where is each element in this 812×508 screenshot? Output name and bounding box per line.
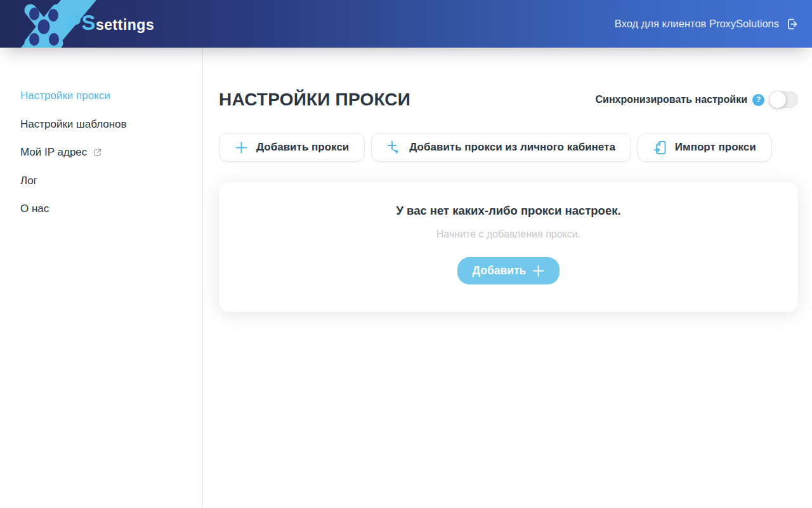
sync-toggle-switch[interactable] xyxy=(769,91,798,108)
main-content: НАСТРОЙКИ ПРОКСИ Синхронизировать настро… xyxy=(204,48,812,508)
sidebar-item-label: О нас xyxy=(20,203,49,215)
import-file-icon xyxy=(653,140,667,155)
plus-icon xyxy=(235,141,248,154)
help-icon[interactable]: ? xyxy=(752,94,764,106)
sidebar: Настройки прокси Настройки шаблонов Мой … xyxy=(0,48,203,508)
app-header: PSsettings Вход для клиентов ProxySoluti… xyxy=(0,0,812,48)
sidebar-item-label: Настройки прокси xyxy=(20,90,110,102)
sync-toggle-label: Синхронизировать настройки xyxy=(596,94,748,105)
logo-text-primary: PS xyxy=(67,11,96,35)
logo-wordmark: PSsettings xyxy=(67,11,154,35)
import-proxy-button[interactable]: Импорт прокси xyxy=(638,133,772,162)
action-button-label: Добавить прокси xyxy=(256,141,349,154)
client-login-label: Вход для клиентов ProxySolutions xyxy=(615,18,779,30)
sidebar-item-label: Настройки шаблонов xyxy=(20,118,127,131)
logout-icon xyxy=(785,17,799,31)
plus-arrow-icon xyxy=(387,140,401,154)
title-row: НАСТРОЙКИ ПРОКСИ Синхронизировать настро… xyxy=(219,90,798,110)
sidebar-item-about[interactable]: О нас xyxy=(0,195,202,224)
sidebar-item-log[interactable]: Лог xyxy=(0,167,202,196)
empty-state-title: У вас нет каких-либо прокси настроек. xyxy=(396,204,620,218)
sidebar-item-template-settings[interactable]: Настройки шаблонов xyxy=(0,110,202,139)
logo-text-secondary: settings xyxy=(96,17,154,34)
empty-state-card: У вас нет каких-либо прокси настроек. На… xyxy=(219,182,798,312)
empty-state-subtitle: Начните с добавления прокси. xyxy=(436,229,580,240)
page-title: НАСТРОЙКИ ПРОКСИ xyxy=(219,90,410,110)
app-logo[interactable]: PSsettings xyxy=(0,0,190,48)
toggle-knob xyxy=(769,91,786,108)
external-link-icon xyxy=(93,148,102,157)
sync-settings-control: Синхронизировать настройки ? xyxy=(596,91,799,108)
client-login-link[interactable]: Вход для клиентов ProxySolutions xyxy=(615,17,799,31)
sidebar-item-my-ip-address[interactable]: Мой IP адрес xyxy=(0,138,202,167)
plus-icon xyxy=(532,265,544,277)
empty-state-add-button[interactable]: Добавить xyxy=(457,257,560,284)
app-window: PSsettings Вход для клиентов ProxySoluti… xyxy=(0,0,812,508)
action-button-label: Добавить прокси из личного кабинета xyxy=(409,141,615,154)
sidebar-item-proxy-settings[interactable]: Настройки прокси xyxy=(0,82,202,110)
action-button-label: Импорт прокси xyxy=(675,141,756,154)
sidebar-item-label: Лог xyxy=(20,175,37,187)
proxy-actions-toolbar: Добавить прокси Добавить прокси из лично… xyxy=(219,133,798,162)
sidebar-item-label: Мой IP адрес xyxy=(20,146,87,159)
add-proxy-button[interactable]: Добавить прокси xyxy=(219,133,365,162)
add-proxy-from-account-button[interactable]: Добавить прокси из личного кабинета xyxy=(371,133,631,162)
add-button-label: Добавить xyxy=(473,264,527,277)
